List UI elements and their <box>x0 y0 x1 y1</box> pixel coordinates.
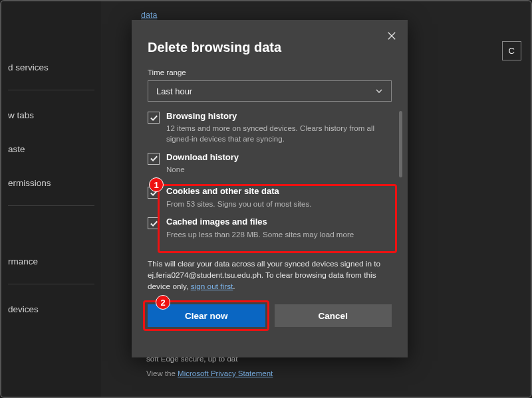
time-range-value: Last hour <box>156 86 192 96</box>
clear-options-list: Browsing history 12 items and more on sy… <box>148 111 401 256</box>
sidebar-item-performance[interactable]: rmance <box>1 252 101 270</box>
option-title: Cached images and files <box>166 217 354 227</box>
check-icon <box>150 219 158 228</box>
delete-browsing-data-dialog: Delete browsing data Time range Last hou… <box>132 20 408 357</box>
privacy-view-line: View the Microsoft Privacy Statement <box>146 369 273 377</box>
option-desc: From 53 sites. Signs you out of most sit… <box>166 199 311 209</box>
checkbox-browsing-history[interactable] <box>148 112 160 124</box>
sidebar-item-paste[interactable]: aste <box>1 140 101 158</box>
time-range-select[interactable]: Last hour <box>148 80 392 102</box>
settings-sidebar: d services w tabs aste ermissions rmance… <box>1 1 101 397</box>
sidebar-divider <box>8 205 94 206</box>
footnote-text: This will clear your data across all you… <box>148 259 380 291</box>
data-link[interactable]: data <box>141 11 157 20</box>
sidebar-divider <box>8 284 94 284</box>
sidebar-item-services[interactable]: d services <box>1 58 101 76</box>
dialog-title: Delete browsing data <box>148 40 408 55</box>
option-cached[interactable]: Cached images and files Frees up less th… <box>148 217 401 239</box>
close-button[interactable] <box>382 27 401 45</box>
checkbox-download-history[interactable] <box>148 153 160 165</box>
sidebar-item-devices[interactable]: devices <box>1 300 101 318</box>
cancel-button[interactable]: Cancel <box>275 304 392 327</box>
option-title: Download history <box>166 152 239 163</box>
close-icon <box>387 31 396 41</box>
footnote-post: . <box>233 282 235 291</box>
sidebar-item-permissions[interactable]: ermissions <box>1 174 101 192</box>
sidebar-item-new-tabs[interactable]: w tabs <box>1 106 101 124</box>
option-desc: 12 items and more on synced devices. Cle… <box>166 123 389 144</box>
privacy-statement-link[interactable]: Microsoft Privacy Statement <box>178 369 273 377</box>
checkbox-cached[interactable] <box>148 217 160 229</box>
dialog-button-row: 2 Clear now Cancel <box>148 304 392 327</box>
option-title: Cookies and other site data <box>166 186 311 197</box>
check-icon <box>150 114 158 122</box>
option-title: Browsing history <box>166 111 389 122</box>
option-desc: Frees up less than 228 MB. Some sites ma… <box>166 229 354 240</box>
options-scrollbar[interactable] <box>399 111 402 177</box>
check-icon <box>150 154 158 163</box>
option-browsing-history[interactable]: Browsing history 12 items and more on sy… <box>148 111 401 144</box>
choose-button[interactable]: C <box>502 41 521 60</box>
option-cookies[interactable]: Cookies and other site data From 53 site… <box>148 186 401 209</box>
time-range-label: Time range <box>148 68 408 76</box>
sync-footnote: This will clear your data across all you… <box>148 258 390 292</box>
sign-out-link[interactable]: sign out first <box>191 282 233 291</box>
chevron-down-icon <box>375 87 383 95</box>
option-download-history[interactable]: Download history None <box>148 152 401 175</box>
sidebar-divider <box>8 90 94 90</box>
annotation-badge-1: 1 <box>149 177 164 192</box>
privacy-view-prefix: View the <box>146 369 178 377</box>
option-desc: None <box>166 164 239 175</box>
